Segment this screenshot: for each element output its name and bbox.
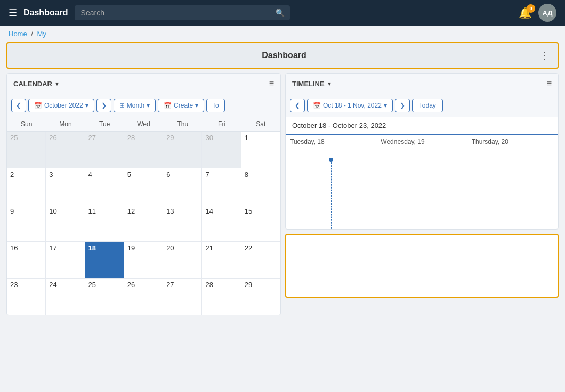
breadcrumb-separator: /	[31, 30, 33, 38]
calendar-cell[interactable]: 6	[163, 168, 202, 205]
calendar-cell[interactable]: 4	[85, 168, 124, 205]
notifications-bell[interactable]: 🔔 0	[519, 6, 532, 19]
day-number: 18	[88, 244, 96, 252]
calendar-cell[interactable]: 9	[7, 205, 46, 241]
calendar-weeks: 2526272829301234567891011121314151617181…	[7, 132, 280, 315]
day-number: 24	[49, 281, 57, 289]
calendar-today-label: To	[212, 102, 219, 109]
day-number: 11	[88, 207, 96, 215]
calendar-cell[interactable]: 1	[241, 132, 280, 168]
calendar-day-headers: Sun Mon Tue Wed Thu Fri Sat	[7, 117, 280, 132]
calendar-view-button[interactable]: ⊞ Month ▾	[114, 99, 156, 112]
calendar-cell[interactable]: 10	[46, 205, 85, 241]
calendar-view-label: Month	[127, 102, 144, 109]
calendar-cell[interactable]: 29	[163, 132, 202, 168]
timeline-prev-button[interactable]: ❮	[290, 99, 305, 112]
calendar-week: 23242526272829	[7, 279, 280, 315]
calendar-cell[interactable]: 28	[202, 279, 241, 315]
calendar-cell[interactable]: 19	[124, 242, 163, 278]
timeline-next-button[interactable]: ❯	[395, 99, 410, 112]
day-number: 28	[127, 134, 135, 142]
calendar-cell[interactable]: 12	[124, 205, 163, 241]
calendar-cell[interactable]: 27	[163, 279, 202, 315]
calendar-cell[interactable]: 21	[202, 242, 241, 278]
topnav: ☰ Dashboard 🔍 🔔 0 АД	[0, 0, 565, 26]
dashboard-menu-icon[interactable]: ⋮	[539, 50, 549, 61]
day-number: 9	[10, 207, 14, 215]
calendar-create-chevron: ▾	[195, 102, 198, 109]
timeline-panel: TIMELINE ▾ ≡ ❮ 📅 Oct 18 - 1 Nov, 2022 ▾ …	[285, 73, 559, 230]
right-col: TIMELINE ▾ ≡ ❮ 📅 Oct 18 - 1 Nov, 2022 ▾ …	[285, 73, 559, 298]
calendar-cell[interactable]: 5	[124, 168, 163, 205]
day-number: 16	[10, 244, 18, 252]
day-header-sat: Sat	[241, 117, 280, 131]
timeline-label[interactable]: TIMELINE ▾	[292, 80, 331, 88]
day-number: 27	[88, 134, 96, 142]
calendar-cell[interactable]: 30	[202, 132, 241, 168]
search-input[interactable]	[75, 5, 290, 20]
day-number: 4	[88, 170, 92, 178]
day-number: 25	[10, 134, 18, 142]
avatar[interactable]: АД	[538, 4, 556, 22]
calendar-month-button[interactable]: 📅 October 2022 ▾	[28, 99, 94, 112]
calendar-cell[interactable]: 20	[163, 242, 202, 278]
calendar-cell[interactable]: 26	[46, 132, 85, 168]
calendar-cell[interactable]: 3	[46, 168, 85, 205]
calendar-cell[interactable]: 23	[7, 279, 46, 315]
timeline-menu-icon[interactable]: ≡	[547, 79, 552, 88]
day-number: 29	[245, 281, 252, 289]
calendar-panel-header: CALENDAR ▾ ≡	[7, 74, 280, 94]
calendar-cell[interactable]: 7	[202, 168, 241, 205]
calendar-cell[interactable]: 22	[241, 242, 280, 278]
calendar-cell[interactable]: 27	[85, 132, 124, 168]
calendar-create-button[interactable]: 📅 Create ▾	[158, 99, 204, 112]
calendar-cell[interactable]: 8	[241, 168, 280, 205]
timeline-today-button[interactable]: Today	[412, 99, 443, 112]
day-number: 10	[49, 207, 57, 215]
calendar-cell[interactable]: 29	[241, 279, 280, 315]
day-number: 23	[10, 281, 18, 289]
notification-badge: 0	[527, 4, 535, 13]
calendar-menu-icon[interactable]: ≡	[269, 79, 274, 88]
breadcrumb-current[interactable]: My	[37, 30, 46, 38]
breadcrumb-home[interactable]: Home	[9, 30, 27, 38]
calendar-cell[interactable]: 26	[124, 279, 163, 315]
calendar-view-chevron: ▾	[147, 102, 150, 109]
calendar-label-text: CALENDAR	[13, 80, 52, 88]
calendar-next-button[interactable]: ❯	[96, 99, 111, 112]
calendar-cell[interactable]: 11	[85, 205, 124, 241]
calendar-cell[interactable]: 14	[202, 205, 241, 241]
day-header-mon: Mon	[46, 117, 85, 131]
calendar-month-chevron: ▾	[85, 102, 88, 109]
calendar-cell[interactable]: 17	[46, 242, 85, 278]
timeline-content: October 18 - October 23, 2022 Tuesday, 1…	[286, 117, 558, 229]
calendar-cell[interactable]: 13	[163, 205, 202, 241]
calendar-prev-button[interactable]: ❮	[11, 99, 26, 112]
calendar-cell[interactable]: 2	[7, 168, 46, 205]
calendar-label[interactable]: CALENDAR ▾	[13, 80, 59, 88]
timeline-date-range: October 18 - October 23, 2022	[286, 117, 558, 135]
calendar-today-button[interactable]: To	[206, 99, 225, 112]
menu-icon[interactable]: ☰	[9, 7, 17, 19]
timeline-day-wed: Wednesday, 19	[376, 135, 467, 149]
day-number: 30	[205, 134, 213, 142]
timeline-day-headers: Tuesday, 18 Wednesday, 19 Thursday, 20	[286, 135, 558, 149]
calendar-cell[interactable]: 16	[7, 242, 46, 278]
calendar-grid: Sun Mon Tue Wed Thu Fri Sat 252627282930…	[7, 117, 280, 315]
search-container: 🔍	[75, 5, 290, 20]
calendar-month-label: October 2022	[44, 102, 83, 109]
calendar-cell[interactable]: 15	[241, 205, 280, 241]
timeline-range-label: Oct 18 - 1 Nov, 2022	[323, 102, 382, 109]
orange-panel	[285, 234, 559, 298]
breadcrumb: Home / My	[0, 26, 565, 42]
calendar-cell[interactable]: 25	[85, 279, 124, 315]
calendar-cell[interactable]: 28	[124, 132, 163, 168]
calendar-create-icon: 📅	[164, 102, 172, 109]
calendar-cell[interactable]: 24	[46, 279, 85, 315]
timeline-range-icon: 📅	[313, 102, 321, 109]
day-number: 14	[205, 207, 213, 215]
timeline-range-button[interactable]: 📅 Oct 18 - 1 Nov, 2022 ▾	[307, 99, 393, 112]
day-number: 3	[49, 170, 53, 178]
calendar-cell[interactable]: 18	[85, 242, 124, 278]
calendar-cell[interactable]: 25	[7, 132, 46, 168]
